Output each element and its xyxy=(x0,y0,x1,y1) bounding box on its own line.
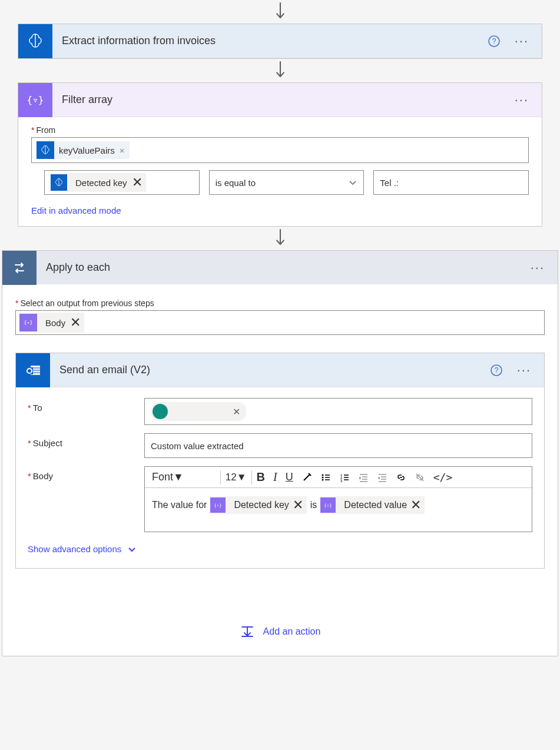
body-text: The value for xyxy=(152,500,207,510)
rte-link[interactable] xyxy=(392,471,410,484)
step-filter-array[interactable]: {▿} Filter array ··· From keyValuePairs … xyxy=(18,82,542,227)
svg-text:{▿}: {▿} xyxy=(324,503,332,508)
condition-right[interactable]: Tel .: xyxy=(373,170,529,195)
svg-point-9 xyxy=(322,474,323,476)
rte-bullets[interactable] xyxy=(317,471,334,484)
svg-text:{▿}: {▿} xyxy=(24,320,32,326)
brain-icon xyxy=(37,141,54,159)
step-title: Apply to each xyxy=(37,261,531,274)
more-menu[interactable]: ··· xyxy=(515,92,529,108)
rte-unlink[interactable] xyxy=(411,471,429,484)
help-icon[interactable]: ? xyxy=(490,364,503,377)
from-label: From xyxy=(31,125,529,135)
token-remove[interactable]: × xyxy=(120,145,125,155)
rte-indent[interactable] xyxy=(373,471,391,484)
filter-icon: {▿} xyxy=(210,497,226,513)
step-extract-invoices[interactable]: Extract information from invoices ? ··· xyxy=(18,24,542,59)
add-action-icon xyxy=(240,624,255,639)
brain-icon xyxy=(18,24,52,58)
token-remove[interactable]: ✕ xyxy=(132,175,143,190)
body-label: Body xyxy=(28,466,144,532)
step-title: Filter array xyxy=(52,94,515,106)
subject-input[interactable]: Custom value extracted xyxy=(144,433,532,458)
chevron-down-icon xyxy=(348,178,357,187)
connector-arrow xyxy=(0,227,560,250)
svg-text:?: ? xyxy=(494,366,498,374)
recipient-remove[interactable]: ✕ xyxy=(233,406,240,417)
subject-label: Subject xyxy=(28,433,144,458)
rte-size[interactable]: 12 ▼ xyxy=(222,470,250,484)
brain-icon xyxy=(51,174,67,191)
token-keyvaluepairs[interactable]: keyValuePairs × xyxy=(37,141,130,159)
step-title: Extract information from invoices xyxy=(52,35,488,47)
token-label: keyValuePairs xyxy=(59,145,115,155)
rte-code[interactable]: </> xyxy=(430,470,456,484)
more-menu[interactable]: ··· xyxy=(515,34,529,49)
output-label: Select an output from previous steps xyxy=(15,298,545,308)
body-editor[interactable]: Font▼ 12 ▼ B I U 123 xyxy=(144,466,532,532)
connector-arrow xyxy=(0,59,560,82)
svg-point-10 xyxy=(322,476,323,478)
each-output-input[interactable]: {▿} Body ✕ xyxy=(15,310,545,335)
token-remove[interactable]: ✕ xyxy=(293,497,303,513)
more-menu[interactable]: ··· xyxy=(517,363,531,378)
rte-underline[interactable]: U xyxy=(282,470,297,484)
condition-right-value: Tel .: xyxy=(380,178,399,188)
more-menu[interactable]: ··· xyxy=(531,260,545,276)
rte-outdent[interactable] xyxy=(354,471,372,484)
token-label: Detected value xyxy=(344,500,407,510)
from-input[interactable]: keyValuePairs × xyxy=(31,137,529,163)
condition-left[interactable]: Detected key ✕ xyxy=(44,170,200,195)
svg-text:{▿}: {▿} xyxy=(214,503,222,508)
to-label: To xyxy=(28,398,144,425)
filter-icon: {▿} xyxy=(18,83,52,117)
token-detected-value[interactable]: {▿} Detected value ✕ xyxy=(320,496,425,514)
rte-font[interactable]: Font▼ xyxy=(148,470,219,484)
connector-arrow xyxy=(0,0,560,24)
operator-value: is equal to xyxy=(216,178,256,188)
step-title: Send an email (V2) xyxy=(50,364,490,376)
body-text: is xyxy=(310,500,317,510)
svg-point-11 xyxy=(322,479,323,480)
help-icon[interactable]: ? xyxy=(488,35,501,48)
token-remove[interactable]: ✕ xyxy=(70,315,81,330)
show-advanced-link[interactable]: Show advanced options xyxy=(28,544,532,554)
loop-icon xyxy=(2,251,37,285)
rte-color[interactable] xyxy=(298,471,316,484)
rte-italic[interactable]: I xyxy=(270,469,281,485)
condition-operator[interactable]: is equal to xyxy=(209,170,365,195)
svg-text:?: ? xyxy=(492,37,496,45)
rte-numbers[interactable]: 123 xyxy=(336,471,353,484)
token-label: Body xyxy=(45,318,65,328)
step-apply-to-each: Apply to each ··· Select an output from … xyxy=(2,250,558,656)
step-send-email[interactable]: Send an email (V2) ? ··· To xyxy=(15,353,545,569)
edit-advanced-link[interactable]: Edit in advanced mode xyxy=(31,205,121,215)
token-label: Detected key xyxy=(75,178,127,188)
token-label: Detected key xyxy=(234,500,289,510)
recipient-pill[interactable]: ✕ xyxy=(151,402,246,421)
svg-text:{▿}: {▿} xyxy=(27,94,44,105)
filter-icon: {▿} xyxy=(320,497,336,513)
token-remove[interactable]: ✕ xyxy=(410,497,421,513)
avatar xyxy=(153,404,168,419)
add-action-button[interactable]: Add an action xyxy=(15,624,545,639)
rte-bold[interactable]: B xyxy=(253,469,269,485)
outlook-icon xyxy=(16,353,50,387)
svg-text:3: 3 xyxy=(340,479,343,483)
filter-icon: {▿} xyxy=(19,314,37,331)
to-input[interactable]: ✕ xyxy=(144,398,532,425)
token-detected-key[interactable]: {▿} Detected key ✕ xyxy=(210,496,306,514)
chevron-down-icon xyxy=(127,545,137,554)
subject-value: Custom value extracted xyxy=(151,441,244,451)
